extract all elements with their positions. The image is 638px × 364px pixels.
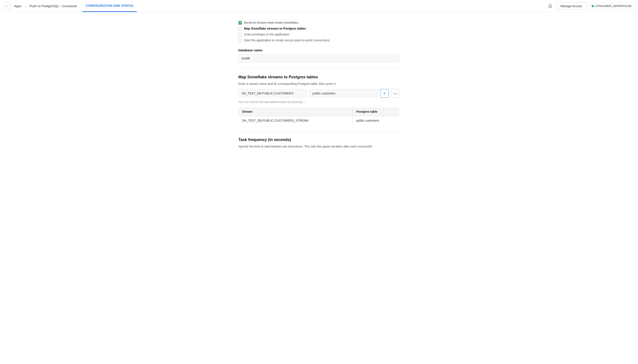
step-label-1: Enroll an Ockam node inside Snowflake. — [244, 21, 299, 24]
section-divider-2 — [238, 131, 400, 132]
nav-apps-link[interactable]: Apps — [14, 4, 21, 8]
warehouse-label: CONSUMER_WAREHOUSE — [595, 4, 632, 8]
plus-icon: + — [383, 91, 386, 96]
step-checkbox-3 — [238, 33, 242, 36]
remove-hint: You can remove the last added stream by … — [238, 100, 400, 104]
back-icon: ‹ — [7, 4, 8, 8]
database-name-label: Database name — [238, 48, 400, 52]
step-label-2: Map Snowflake streams to Postgres tables — [244, 27, 306, 30]
task-freq-section: Task frequency (in seconds) Specify the … — [238, 138, 400, 148]
table-cell-postgres: public.customers — [353, 116, 400, 125]
back-button[interactable]: ‹ — [4, 2, 11, 10]
step-checkbox-1 — [238, 21, 242, 24]
step-checkbox-2 — [238, 27, 242, 30]
manage-access-button[interactable]: Manage Access — [556, 2, 586, 10]
table-header-postgres: Postgres table — [353, 107, 400, 116]
nav-connector-label: Push to PostgreSQL - Connector — [30, 4, 77, 8]
section-divider-1 — [238, 68, 400, 69]
remove-stream-button[interactable]: — — [391, 89, 400, 98]
map-desc-plus: + — [334, 82, 336, 86]
streams-table: Stream Postgres table SN_TEST_DB.PUBLIC.… — [238, 107, 400, 125]
step-item-1: Enroll an Ockam node inside Snowflake. — [238, 21, 400, 24]
task-freq-desc: Specify the time to wait between job exe… — [238, 145, 400, 148]
task-freq-title: Task frequency (in seconds) — [238, 138, 400, 142]
step-item-4: Start the application to create secure p… — [238, 38, 400, 42]
add-stream-button[interactable]: + — [380, 89, 389, 98]
map-desc-text: Enter a stream name and its correspondin… — [238, 82, 333, 86]
nav-separator: › — [25, 4, 26, 8]
table-cell-stream: SN_TEST_DB.PUBLIC.CUSTOMERS_STREAM — [239, 116, 353, 125]
postgres-table-input[interactable] — [309, 89, 378, 98]
warehouse-badge: CONSUMER_WAREHOUSE — [589, 3, 634, 9]
stream-input-row: + — — [238, 89, 400, 98]
tab-configuration-and-status[interactable]: CONFIGURATION AND STATUS — [82, 0, 137, 12]
map-section-title: Map Snowflake streams to Postgres tables — [238, 75, 400, 80]
top-nav: ‹ Apps › Push to PostgreSQL - Connector … — [0, 0, 638, 12]
warehouse-status-dot — [592, 5, 594, 7]
stream-name-input[interactable] — [238, 89, 307, 98]
main-content: Enroll an Ockam node inside Snowflake. M… — [234, 12, 404, 160]
step-checkbox-4 — [238, 39, 242, 42]
bell-icon[interactable] — [547, 2, 554, 10]
table-header-stream: Stream — [239, 107, 353, 116]
minus-icon: — — [393, 91, 397, 96]
database-name-input[interactable] — [238, 54, 400, 62]
step-label-3: Grant privileges to the application. — [244, 33, 290, 36]
step-item-2: Map Snowflake streams to Postgres tables — [238, 27, 400, 30]
steps-list: Enroll an Ockam node inside Snowflake. M… — [238, 21, 400, 42]
map-section: Map Snowflake streams to Postgres tables… — [238, 75, 400, 125]
database-name-field-group: Database name — [238, 48, 400, 62]
nav-right: Manage Access CONSUMER_WAREHOUSE — [547, 2, 634, 10]
map-section-description: Enter a stream name and its correspondin… — [238, 82, 400, 86]
table-row: SN_TEST_DB.PUBLIC.CUSTOMERS_STREAMpublic… — [239, 116, 400, 125]
step-label-4: Start the application to create secure p… — [244, 38, 330, 42]
step-item-3: Grant privileges to the application. — [238, 33, 400, 36]
map-desc-end: : — [336, 82, 337, 86]
nav-tabs: CONFIGURATION AND STATUS — [82, 0, 137, 12]
